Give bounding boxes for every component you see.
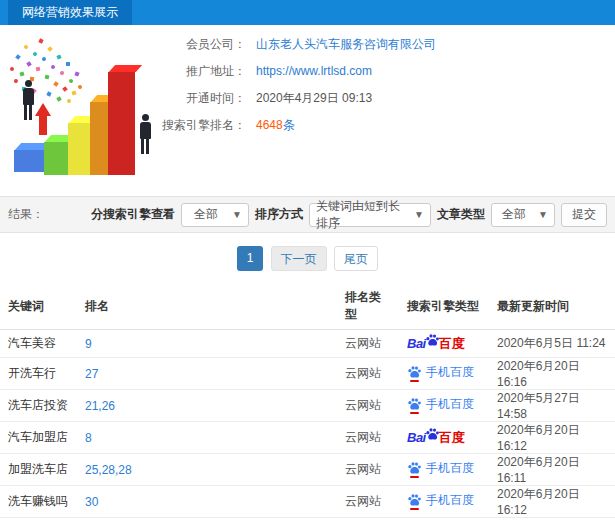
illustration-bar-red [108,72,135,175]
rank-header: 排名 [77,283,337,330]
engine-rank-label: 搜索引擎排名： [150,117,246,134]
keyword-cell: 汽车加盟店 [0,422,77,454]
rank-type-cell: 云网站 [337,330,399,358]
mobile-baidu-logo: 手机百度 [407,460,474,477]
rank-cell[interactable]: 30 [77,486,337,518]
next-page-button[interactable]: 下一页 [271,246,327,271]
rank-type-cell: 云网站 [337,390,399,422]
engine-cell: Bai百度 [399,422,489,454]
open-time-row: 开通时间： 2020年4月29日 09:13 [150,91,436,105]
baidu-paw-icon [425,427,440,442]
mobile-baidu-paw-icon [407,365,422,380]
header-bar: 网络营销效果展示 [0,0,615,25]
rank-cell[interactable]: 25,28,28 [77,454,337,486]
engine-rank-count: 4648 [256,118,283,132]
up-arrow-icon [35,103,51,135]
updated-cell: 2020年6月20日 16:12 [489,486,615,518]
baidu-wordmark-cn: 百度 [439,429,465,447]
table-row: 洗车赚钱吗30云网站手机百度2020年6月20日 16:12 [0,486,615,518]
engine-type-header: 搜索引擎类型 [399,283,489,330]
mobile-baidu-logo: 手机百度 [407,492,474,509]
table-header-row: 关键词 排名 排名类型 搜索引擎类型 最新更新时间 [0,283,615,330]
updated-header: 最新更新时间 [489,283,615,330]
mobile-baidu-paw-icon [407,493,422,508]
keyword-header: 关键词 [0,283,77,330]
last-page-button[interactable]: 尾页 [334,246,378,271]
updated-cell: 2020年6月20日 16:12 [489,422,615,454]
rank-cell[interactable]: 21,26 [77,390,337,422]
table-row: 加盟洗车店25,28,28云网站手机百度2020年6月20日 16:11 [0,454,615,486]
mobile-baidu-logo: 手机百度 [407,364,474,381]
sort-filter-select[interactable]: 关键词由短到长排序 ▼ [309,203,431,227]
results-table: 关键词 排名 排名类型 搜索引擎类型 最新更新时间 汽车美容9云网站Bai百度2… [0,283,615,520]
engine-cell: 手机百度 [399,454,489,486]
member-company-link[interactable]: 山东老人头汽车服务咨询有限公司 [256,36,436,53]
engine-filter-label: 分搜索引擎查看 [91,206,175,223]
baidu-wordmark-latin: Bai [407,336,426,351]
mobile-baidu-logo: 手机百度 [407,396,474,413]
mobile-baidu-label: 手机百度 [426,364,474,381]
updated-cell: 2020年5月27日 14:58 [489,390,615,422]
submit-button[interactable]: 提交 [561,203,607,227]
table-row: 开洗车行27云网站手机百度2020年6月20日 16:16 [0,358,615,390]
mobile-baidu-label: 手机百度 [426,460,474,477]
article-type-value: 全部 [498,206,530,223]
company-info: 会员公司： 山东老人头汽车服务咨询有限公司 推广地址： https://www.… [150,37,436,145]
chevron-down-icon: ▼ [538,209,548,220]
mobile-baidu-paw-icon [407,397,422,412]
page-1-button[interactable]: 1 [237,246,263,271]
member-company-row: 会员公司： 山东老人头汽车服务咨询有限公司 [150,37,436,51]
engine-cell: 手机百度 [399,390,489,422]
engine-filter-select[interactable]: 全部 ▼ [181,203,249,227]
baidu-wordmark-latin: Bai [407,430,426,445]
filter-controls: 分搜索引擎查看 全部 ▼ 排序方式 关键词由短到长排序 ▼ 文章类型 全部 ▼ … [91,203,607,227]
promo-url-label: 推广地址： [150,63,246,80]
illustration-bar-blue [14,150,47,172]
table-row: 汽车美容9云网站Bai百度2020年6月5日 11:24 [0,330,615,358]
baidu-wordmark-cn: 百度 [439,335,465,353]
baidu-logo: Bai百度 [407,429,465,447]
illustration-bar-green [44,142,70,175]
engine-cell: Bai百度 [399,330,489,358]
promo-url-link[interactable]: https://www.lrtlsd.com [256,64,372,78]
open-time-label: 开通时间： [150,90,246,107]
rank-cell[interactable]: 9 [77,330,337,358]
keyword-cell: 汽车美容 [0,330,77,358]
rank-cell[interactable]: 27 [77,358,337,390]
chevron-down-icon: ▼ [414,209,424,220]
businessman-figure-left [21,80,35,120]
filter-bar: 结果： 分搜索引擎查看 全部 ▼ 排序方式 关键词由短到长排序 ▼ 文章类型 全… [0,196,615,233]
engine-rank-row: 搜索引擎排名： 4648 条 [150,118,436,132]
chevron-down-icon: ▼ [232,209,242,220]
result-label: 结果： [8,206,44,223]
rank-cell[interactable]: 8 [77,422,337,454]
table-row: 洗车店投资21,26云网站手机百度2020年5月27日 14:58 [0,390,615,422]
sort-filter-label: 排序方式 [255,206,303,223]
keyword-cell: 洗车赚钱吗 [0,486,77,518]
engine-rank-unit: 条 [283,117,295,134]
engine-cell: 手机百度 [399,358,489,390]
open-time-value: 2020年4月29日 09:13 [256,90,372,107]
mobile-baidu-paw-icon [407,461,422,476]
table-row: 汽车加盟店8云网站Bai百度2020年6月20日 16:12 [0,422,615,454]
updated-cell: 2020年6月20日 16:16 [489,358,615,390]
promo-url-row: 推广地址： https://www.lrtlsd.com [150,64,436,78]
article-type-select[interactable]: 全部 ▼ [491,203,555,227]
updated-cell: 2020年6月20日 16:11 [489,454,615,486]
rank-type-cell: 云网站 [337,422,399,454]
baidu-paw-icon [425,333,440,348]
engine-filter-value: 全部 [188,206,224,223]
article-type-label: 文章类型 [437,206,485,223]
baidu-logo: Bai百度 [407,335,465,353]
page-title: 网络营销效果展示 [8,0,132,25]
rank-type-cell: 云网站 [337,486,399,518]
mobile-baidu-label: 手机百度 [426,396,474,413]
pagination: 1 下一页 尾页 [0,233,615,283]
summary-section: 会员公司： 山东老人头汽车服务咨询有限公司 推广地址： https://www.… [0,25,615,196]
member-company-label: 会员公司： [150,36,246,53]
keyword-cell: 洗车店投资 [0,390,77,422]
rank-type-cell: 云网站 [337,358,399,390]
updated-cell: 2020年6月5日 11:24 [489,330,615,358]
rank-type-cell: 云网站 [337,454,399,486]
keyword-cell: 开洗车行 [0,358,77,390]
